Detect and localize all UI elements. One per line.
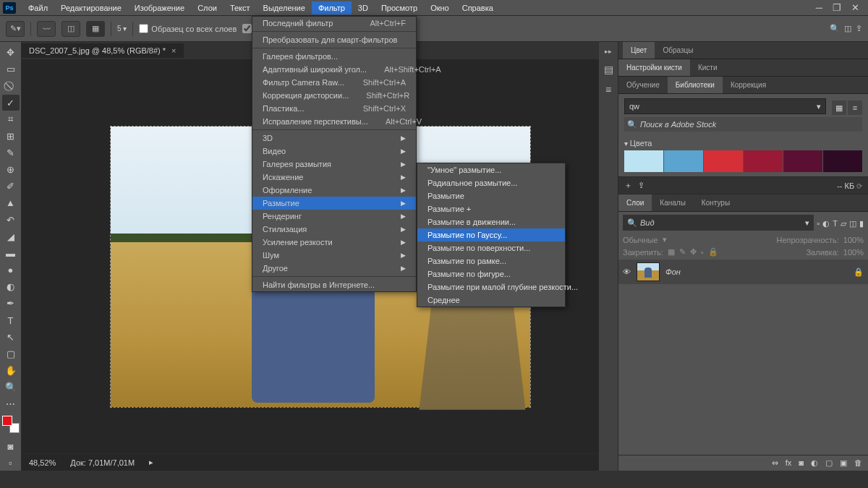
dodge-tool[interactable]: ◐ [2,279,20,294]
library-dropdown[interactable]: qw▾ [624,98,826,114]
crop-tool[interactable]: ⌗ [2,112,20,127]
menu-item[interactable]: Стилизация▶ [252,223,416,236]
filter-type-icon[interactable]: T [833,219,838,228]
type-tool[interactable]: T [2,313,20,328]
menu-файл[interactable]: Файл [22,1,54,14]
pen-tool[interactable]: ✒ [2,296,20,311]
menu-item[interactable]: Другое▶ [252,262,416,275]
filter-shape-icon[interactable]: ▱ [841,219,846,228]
submenu-item[interactable]: Размытие в движении... [417,215,565,228]
opt-icon-3[interactable]: ▦ [86,21,105,37]
hand-tool[interactable]: ✋ [2,363,20,378]
mask-icon[interactable]: ◙ [799,458,804,468]
color-swatch[interactable] [823,150,862,172]
search-icon[interactable]: 🔍 [830,24,840,33]
tab-learn[interactable]: Обучение [618,77,668,93]
menu-выделение[interactable]: Выделение [257,1,312,14]
brush-size[interactable]: 5 ▾ [117,25,127,33]
restore-icon[interactable]: ❐ [833,2,841,13]
opacity-input[interactable]: 100% [843,236,864,244]
color-swatch[interactable] [744,150,783,172]
path-tool[interactable]: ↖ [2,330,20,345]
submenu-item[interactable]: Радиальное размытие... [417,176,565,189]
submenu-item[interactable]: Размытие по фигуре... [417,267,565,281]
layer-filter[interactable]: 🔍Вид▾ [623,215,814,231]
submenu-item[interactable]: Размытие + [417,202,565,215]
menu-слои[interactable]: Слои [191,1,224,14]
color-swatch[interactable] [664,150,703,172]
menu-item[interactable]: Искажение▶ [252,171,416,184]
share-icon[interactable]: ⇪ [856,24,862,33]
adjustment-icon[interactable]: ◐ [811,458,818,468]
new-layer-icon[interactable]: ▣ [840,458,847,468]
submenu-item[interactable]: Размытие при малой глубине резкости... [417,281,565,294]
more-tools[interactable]: ⋯ [2,396,20,411]
zoom-level[interactable]: 48,52% [29,458,56,467]
screen-mode[interactable]: ▫ [2,455,20,471]
tab-adjustments[interactable]: Коррекция [723,77,774,93]
marquee-tool[interactable]: ▭ [2,61,20,77]
submenu-item[interactable]: "Умное" размытие... [417,163,565,176]
trash-icon[interactable]: 🗑 [854,458,862,468]
quick-selection-tool[interactable]: ✓ [2,95,20,110]
tab-color[interactable]: Цвет [623,42,655,59]
menu-item[interactable]: Фильтр Camera Raw...Shift+Ctrl+A [252,76,416,89]
menu-item[interactable]: Видео▶ [252,145,416,158]
menu-item[interactable]: Галерея размытия▶ [252,158,416,171]
filter-toggle[interactable]: ▮ [859,219,864,228]
lock-artboard-icon[interactable]: ▫ [701,248,704,257]
blur-tool[interactable]: ● [2,262,20,278]
tab-libraries[interactable]: Библиотеки [668,77,723,93]
color-swatch[interactable] [704,150,743,172]
eraser-tool[interactable]: ◢ [2,229,20,244]
fx-icon[interactable]: fx [786,458,792,468]
link-icon[interactable]: ⇔ [772,458,778,468]
submenu-item[interactable]: Размытие по рамке... [417,254,565,267]
color-swatch[interactable] [624,150,663,172]
visibility-icon[interactable]: 👁 [623,267,631,276]
menu-изображение[interactable]: Изображение [128,1,191,14]
colors-section[interactable]: ▾ Цвета [624,136,862,150]
filter-smart-icon[interactable]: ◫ [849,219,856,228]
submenu-item[interactable]: Среднее [417,294,565,307]
close-tab-icon[interactable]: × [171,46,176,55]
fill-input[interactable]: 100% [843,248,864,257]
add-icon[interactable]: ＋ [624,180,632,191]
menu-просмотр[interactable]: Просмотр [375,1,424,14]
lock-icon[interactable]: 🔒 [708,247,718,257]
upload-icon[interactable]: ⇪ [638,181,644,190]
fg-bg-colors[interactable] [2,416,20,432]
tab-layers[interactable]: Слои [618,194,652,211]
list-view-icon[interactable]: ≡ [848,100,862,115]
opt-icon-2[interactable]: ◫ [61,21,80,37]
filter-pixel-icon[interactable]: ▫ [817,219,820,228]
brush-tool[interactable]: ✐ [2,179,20,194]
eyedropper-tool[interactable]: ✎ [2,145,20,160]
tool-preset-icon[interactable]: ✎▾ [6,21,25,37]
layer-lock-icon[interactable]: 🔒 [854,267,864,277]
document-tab[interactable]: DSC_2007_5.jpg @ 48,5% (RGB/8#) * × [22,43,184,58]
blend-mode[interactable]: Обычные [623,236,658,244]
filter-adj-icon[interactable]: ◐ [822,219,830,228]
layer-thumbnail[interactable] [637,262,660,281]
menu-item[interactable]: Пластика...Shift+Ctrl+X [252,102,416,115]
history-brush-tool[interactable]: ↶ [2,213,20,228]
menu-item[interactable]: Оформление▶ [252,184,416,197]
layer-name[interactable]: Фон [665,267,681,276]
quick-mask[interactable]: ◙ [2,439,20,454]
zoom-tool[interactable]: 🔍 [2,380,20,395]
menu-item[interactable]: Размытие▶ [252,197,416,210]
grid-view-icon[interactable]: ▦ [832,100,846,115]
menu-item[interactable]: Преобразовать для смарт-фильтров [252,33,416,46]
healing-tool[interactable]: ⊕ [2,162,20,177]
group-icon[interactable]: ▢ [825,458,833,468]
submenu-item[interactable]: Размытие [417,189,565,202]
minimize-icon[interactable]: ─ [816,2,822,13]
properties-panel-icon[interactable]: ≡ [605,84,611,95]
lock-pixel-icon[interactable]: ✎ [679,247,686,257]
layer-row[interactable]: 👁 Фон 🔒 [618,260,868,284]
status-arrow-icon[interactable]: ▸ [149,458,153,467]
stamp-tool[interactable]: ▲ [2,195,20,210]
lock-pos-icon[interactable]: ✥ [690,247,697,257]
menu-item[interactable]: Усиление резкости▶ [252,236,416,249]
